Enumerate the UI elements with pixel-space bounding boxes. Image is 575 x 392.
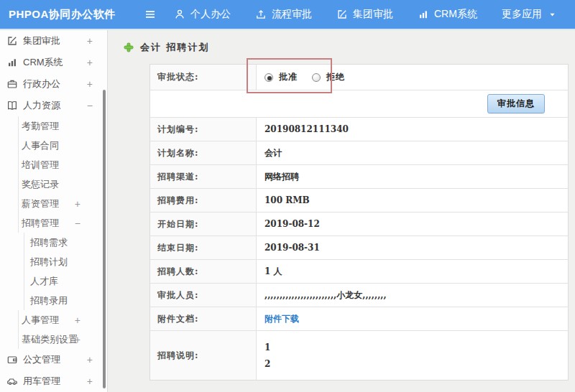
expand-plus-icon[interactable]: + — [87, 354, 93, 365]
sidebar-item-attendance-management[interactable]: 考勤管理 — [18, 116, 107, 136]
sidebar-item-label: 招聘管理 — [22, 217, 59, 230]
topbar-nav: 个人办公流程审批集团审批CRM系统更多应用 — [174, 8, 556, 21]
recruitment-headcount-label: 招聘人数: — [150, 260, 257, 283]
reject-radio[interactable] — [312, 73, 321, 82]
chart-icon — [418, 9, 429, 20]
attachment-document-label: 附件文档: — [150, 307, 257, 330]
nav-item-label: 集团审批 — [353, 8, 393, 21]
add-plus-icon[interactable] — [124, 42, 134, 52]
sidebar-item-vehicle-management[interactable]: 用车管理+ — [0, 370, 107, 392]
nav-item-more-apps[interactable]: 更多应用 — [502, 8, 556, 21]
sidebar-item-label: 用车管理 — [23, 375, 60, 388]
sidebar-item-label: 集团审批 — [23, 34, 60, 47]
approve-radio-label: 批准 — [279, 71, 298, 83]
sidebar: 集团审批+CRM系统+行政办公+人力资源−考勤管理人事合同培训管理奖惩记录薪资管… — [0, 30, 108, 392]
reject-radio-label: 拒绝 — [326, 71, 345, 83]
recruitment-description-value-line: 1 — [264, 342, 270, 353]
sidebar-item-label: 行政办公 — [23, 78, 60, 90]
table-row-plan-number: 计划编号:20190812111340 — [150, 118, 568, 141]
recruitment-description-value-line: 2 — [264, 359, 270, 369]
plan-number-value: 20190812111340 — [264, 124, 349, 134]
expand-plus-icon[interactable]: + — [87, 375, 93, 387]
nav-item-personal-office[interactable]: 个人办公 — [174, 8, 231, 21]
table-row-recruitment-description: 招聘说明:12 — [150, 331, 568, 380]
main-content: 会计 招聘计划 审批状态: 批准 拒绝 审批信息 计划编号:2019081211… — [108, 30, 575, 392]
nav-item-crm-system[interactable]: CRM系统 — [418, 8, 477, 21]
sidebar-item-personnel-contract[interactable]: 人事合同 — [18, 136, 107, 155]
sidebar-item-recruitment-plan[interactable]: 招聘计划 — [24, 252, 107, 271]
book-icon — [6, 100, 18, 111]
sidebar-item-label: 人才库 — [30, 275, 58, 288]
page-title: 会计 招聘计划 — [140, 41, 210, 54]
sidebar-item-label: 人事管理 — [22, 314, 59, 327]
sidebar-item-document-management[interactable]: 公文管理+ — [0, 349, 107, 370]
start-date-label: 开始日期: — [150, 213, 257, 235]
nav-item-label: 个人办公 — [190, 8, 231, 21]
sidebar-item-recruitment-management[interactable]: 招聘管理− — [18, 213, 107, 233]
approvers-label: 审批人员: — [150, 284, 257, 307]
expand-plus-icon[interactable]: + — [87, 35, 93, 47]
sidebar-item-crm-system[interactable]: CRM系统+ — [0, 52, 107, 73]
edit-icon — [336, 9, 348, 20]
sidebar-item-label: 招聘需求 — [30, 236, 68, 249]
app-title: PHPOA协同办公软件 — [0, 8, 138, 22]
attachment-document-link[interactable]: 附件下载 — [264, 313, 299, 325]
sidebar-item-label: 招聘计划 — [30, 256, 68, 269]
sidebar-item-admin-office[interactable]: 行政办公+ — [0, 73, 107, 95]
chart-icon — [6, 57, 18, 68]
sidebar-item-recruitment-needs[interactable]: 招聘需求 — [24, 233, 107, 252]
sidebar-item-training-management[interactable]: 培训管理 — [18, 155, 107, 174]
table-row-recruitment-cost: 招聘费用:100 RMB — [150, 189, 568, 213]
hamburger-menu-icon[interactable] — [138, 9, 162, 20]
user-icon — [174, 9, 185, 20]
approval-status-label: 审批状态: — [150, 65, 257, 90]
nav-item-label: CRM系统 — [434, 8, 477, 21]
sidebar-item-talent-pool[interactable]: 人才库 — [24, 271, 107, 291]
nav-item-label: 更多应用 — [502, 8, 542, 21]
sidebar-item-group-approval[interactable]: 集团审批+ — [0, 30, 107, 52]
recruitment-plan-detail-table: 审批状态: 批准 拒绝 审批信息 计划编号:20190812111340计划名称… — [150, 64, 569, 381]
approval-status-radio-group: 批准 拒绝 — [264, 71, 354, 83]
approval-info-row: 审批信息 — [150, 90, 568, 118]
collapse-minus-icon[interactable]: − — [75, 218, 80, 229]
sidebar-item-salary-management[interactable]: 薪资管理+ — [18, 194, 107, 213]
sidebar-item-recruitment-hiring[interactable]: 招聘录用 — [24, 291, 107, 310]
end-date-value: 2019-08-31 — [264, 243, 320, 253]
sidebar-item-label: 招聘录用 — [30, 294, 68, 307]
recruitment-cost-label: 招聘费用: — [150, 189, 257, 212]
approval-info-button[interactable]: 审批信息 — [487, 94, 545, 113]
expand-plus-icon[interactable]: + — [87, 57, 93, 68]
collapse-minus-icon[interactable]: − — [87, 100, 93, 111]
upload-icon — [255, 9, 267, 20]
expand-plus-icon[interactable]: + — [75, 198, 80, 210]
sidebar-item-human-resources[interactable]: 人力资源− — [0, 95, 107, 116]
sidebar-item-label: 基础类别设置 — [22, 333, 78, 346]
recruitment-cost-value: 100 RMB — [264, 195, 310, 205]
sidebar-item-label: 人力资源 — [23, 99, 60, 112]
sidebar-item-reward-punishment-records[interactable]: 奖惩记录 — [18, 174, 107, 194]
breadcrumb: 会计 招聘计划 — [124, 40, 575, 55]
briefcase-icon — [6, 78, 18, 90]
sidebar-scrollbar-thumb[interactable] — [103, 90, 106, 388]
table-row-approvers: 审批人员:,,,,,,,,,,,,,,,,,,,,,,,,小龙女,,,,,,,, — [150, 284, 568, 307]
plan-name-label: 计划名称: — [150, 141, 257, 164]
table-row-attachment-document: 附件文档:附件下载 — [150, 307, 568, 331]
sidebar-item-label: 奖惩记录 — [22, 178, 59, 191]
edit-icon — [6, 35, 18, 47]
nav-item-label: 流程审批 — [272, 8, 312, 21]
sidebar-item-label: 培训管理 — [22, 159, 59, 172]
table-row-start-date: 开始日期:2019-08-12 — [150, 213, 568, 236]
wallet-icon — [6, 354, 18, 365]
expand-plus-icon[interactable]: + — [75, 314, 80, 326]
nav-item-process-approval[interactable]: 流程审批 — [255, 8, 312, 21]
start-date-value: 2019-08-12 — [264, 219, 320, 229]
nav-item-group-approval[interactable]: 集团审批 — [336, 8, 393, 21]
sidebar-item-personnel-management[interactable]: 人事管理+ — [18, 310, 107, 330]
approval-status-row: 审批状态: 批准 拒绝 — [150, 65, 568, 90]
end-date-label: 结束日期: — [150, 236, 257, 259]
expand-plus-icon[interactable]: + — [87, 78, 93, 90]
expand-plus-icon[interactable]: + — [75, 334, 80, 345]
sidebar-item-basic-category-settings[interactable]: 基础类别设置+ — [18, 330, 107, 349]
approve-radio[interactable] — [264, 73, 273, 82]
sidebar-item-label: 人事合同 — [22, 139, 59, 152]
